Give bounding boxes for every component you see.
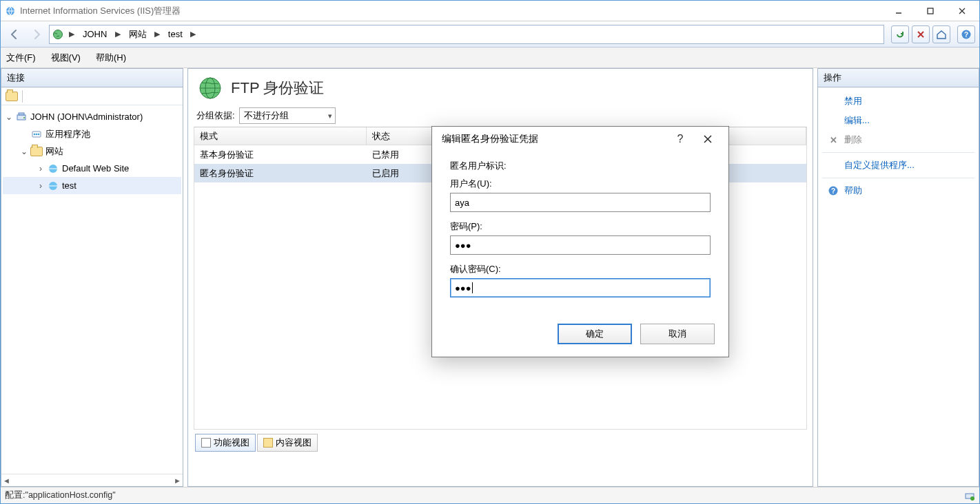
chevron-right-icon: ▶ [154, 30, 160, 39]
group-label: 分组依据: [196, 109, 235, 122]
action-delete: ✕ 删除 [822, 130, 974, 149]
tree-label: 网站 [44, 145, 63, 158]
ok-button[interactable]: 确定 [558, 324, 632, 344]
action-custom-providers[interactable]: 自定义提供程序... [822, 156, 974, 175]
dialog-body: 匿名用户标识: 用户名(U): 密码(P): ●●● 确认密码(C): ●●● [432, 151, 728, 317]
password-mask: ●●● [455, 240, 471, 251]
toolbar-separator [22, 90, 23, 103]
expand-toggle[interactable]: ⌄ [4, 112, 14, 122]
svg-text:?: ? [831, 187, 835, 195]
tab-content-view[interactable]: 内容视图 [257, 434, 318, 452]
svg-rect-2 [928, 8, 933, 14]
group-combo[interactable]: 不进行分组 [239, 107, 336, 124]
breadcrumb-root-sep[interactable]: ▶ [66, 25, 77, 43]
expand-toggle[interactable]: ⌄ [19, 147, 29, 156]
app-icon [5, 6, 16, 17]
chevron-right-icon: ▶ [115, 30, 121, 39]
svg-point-27 [970, 496, 974, 501]
connections-header: 连接 [1, 69, 183, 87]
globe-icon [47, 162, 59, 175]
scroll-left-icon[interactable]: ◄ [3, 476, 10, 485]
minimize-button[interactable] [883, 1, 915, 21]
actions-list: 禁用 编辑... ✕ 删除 自定义提供程序... ? 帮助 [818, 87, 979, 204]
tree-site-default[interactable]: › Default Web Site [3, 160, 181, 177]
expand-toggle[interactable]: › [36, 181, 45, 191]
refresh-button[interactable] [891, 25, 909, 43]
app-pool-icon [30, 128, 43, 140]
dialog-section-label: 匿名用户标识: [450, 157, 711, 178]
svg-point-17 [38, 133, 40, 135]
tree-sites[interactable]: ⌄ 网站 [3, 143, 181, 160]
cancel-button[interactable]: 取消 [640, 324, 715, 344]
group-combo-value: 不进行分组 [244, 109, 289, 122]
connections-panel: 连接 ⌄ JOHN (JOHN\Administrator) [1, 68, 183, 487]
dialog-titlebar[interactable]: 编辑匿名身份验证凭据 ? [432, 127, 728, 151]
tree-label: 应用程序池 [44, 128, 90, 140]
action-disable[interactable]: 禁用 [822, 92, 974, 111]
view-tabs: 功能视图 内容视图 [194, 430, 807, 454]
field-username: 用户名(U): [450, 178, 711, 212]
tab-feature-view[interactable]: 功能视图 [195, 434, 256, 452]
dialog-help-button[interactable]: ? [666, 129, 694, 149]
scroll-right-icon[interactable]: ► [174, 476, 181, 485]
menu-file[interactable]: 文件(F) [6, 52, 36, 64]
breadcrumb-label: JOHN [83, 29, 107, 39]
globe-icon [198, 76, 223, 101]
tab-label: 功能视图 [214, 437, 249, 449]
menu-view[interactable]: 视图(V) [51, 52, 81, 64]
help-button[interactable]: ? [957, 25, 975, 43]
password-input[interactable]: ●●● [450, 235, 711, 255]
status-text: 配置:"applicationHost.config" [5, 490, 116, 501]
expand-toggle[interactable]: › [36, 164, 45, 174]
tree-site-test[interactable]: › test [3, 177, 181, 194]
chevron-right-icon: ▶ [190, 30, 196, 39]
breadcrumb-label: 网站 [129, 28, 147, 41]
folder-icon[interactable] [6, 90, 18, 103]
field-password: 密码(P): ●●● [450, 220, 711, 255]
back-button[interactable] [5, 25, 24, 44]
server-icon [15, 111, 28, 123]
forward-button[interactable] [27, 25, 46, 44]
breadcrumb-item-john[interactable]: JOHN ▶ [80, 25, 123, 43]
group-row: 分组依据: 不进行分组 [194, 107, 807, 124]
actions-panel: 操作 禁用 编辑... ✕ 删除 自定义提供程序... ? 帮助 [817, 68, 979, 487]
username-input[interactable] [450, 193, 711, 212]
action-label: 编辑... [844, 114, 870, 127]
breadcrumb-label: test [168, 29, 183, 39]
breadcrumb[interactable]: ▶ JOHN ▶ 网站 ▶ test ▶ [49, 25, 884, 44]
svg-point-16 [36, 133, 38, 135]
close-button[interactable] [946, 1, 978, 21]
svg-rect-12 [19, 113, 24, 115]
content-view-icon [263, 438, 273, 448]
chevron-right-icon: ▶ [69, 30, 74, 39]
action-help[interactable]: ? 帮助 [822, 181, 974, 200]
col-mode[interactable]: 模式 [194, 127, 367, 145]
password-mask: ●●● [455, 283, 471, 293]
action-label: 自定义提供程序... [844, 159, 915, 171]
tree-label: JOHN (JOHN\Administrator) [29, 112, 143, 122]
dialog-buttons: 确定 取消 [432, 317, 728, 357]
tree-root-server[interactable]: ⌄ JOHN (JOHN\Administrator) [3, 108, 181, 125]
action-label: 删除 [844, 134, 862, 146]
actions-header: 操作 [818, 69, 979, 87]
menu-help[interactable]: 帮助(H) [96, 52, 126, 64]
confirm-password-input[interactable]: ●●● [450, 278, 711, 297]
dialog-close-button[interactable] [694, 129, 722, 149]
text-caret [472, 282, 473, 293]
dialog-title: 编辑匿名身份验证凭据 [442, 133, 666, 145]
tree-app-pools[interactable]: 应用程序池 [3, 125, 181, 143]
action-label: 帮助 [844, 185, 862, 197]
maximize-button[interactable] [915, 1, 946, 21]
actions-divider [822, 178, 974, 178]
breadcrumb-item-test[interactable]: test ▶ [165, 25, 198, 43]
breadcrumb-item-sites[interactable]: 网站 ▶ [126, 25, 163, 43]
cell-mode: 基本身份验证 [194, 149, 367, 161]
stop-button[interactable] [912, 25, 930, 43]
statusbar: 配置:"applicationHost.config" [1, 487, 979, 503]
status-icon [964, 490, 975, 501]
connections-scrollbar[interactable]: ◄ ► [1, 474, 183, 486]
action-label: 禁用 [844, 95, 862, 107]
home-button[interactable] [932, 25, 950, 43]
action-edit[interactable]: 编辑... [822, 111, 974, 130]
globe-icon [52, 29, 63, 40]
